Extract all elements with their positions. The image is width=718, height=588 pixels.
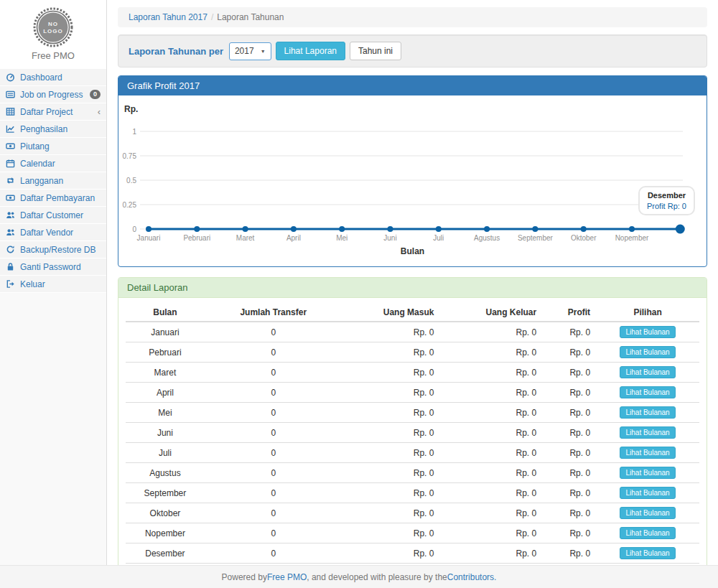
cell-uang-masuk: Rp. 0 [342, 403, 440, 423]
table-row: Oktober0Rp. 0Rp. 0Rp. 0Lihat Bulanan [126, 503, 699, 523]
column-header-pilihan: Pilihan [596, 304, 699, 322]
cell-uang-keluar: Rp. 0 [439, 403, 542, 423]
table-row: Nopember0Rp. 0Rp. 0Rp. 0Lihat Bulanan [126, 523, 699, 543]
lihat-bulanan-button[interactable]: Lihat Bulanan [620, 326, 675, 338]
cell-bulan: Agustus [126, 463, 205, 483]
cell-uang-keluar: Rp. 0 [439, 363, 542, 383]
money-icon [6, 193, 17, 202]
lock-icon [6, 262, 17, 271]
sidebar-item-langganan[interactable]: Langganan [0, 172, 106, 190]
sidebar-item-daftar-project[interactable]: Daftar Project‹ [0, 103, 106, 121]
table-row: Mei0Rp. 0Rp. 0Rp. 0Lihat Bulanan [126, 403, 699, 423]
svg-text:Mei: Mei [336, 234, 348, 242]
cell-bulan: September [126, 483, 205, 503]
table-row: Desember0Rp. 0Rp. 0Rp. 0Lihat Bulanan [126, 543, 699, 564]
monthly-report-table: BulanJumlah TransferUang MasukUang Kelua… [126, 304, 699, 565]
svg-text:Oktober: Oktober [571, 234, 597, 242]
footer: Powered by Free PMO, and developed with … [0, 565, 718, 588]
breadcrumb-link-laporan-tahun[interactable]: Laporan Tahun 2017 [129, 12, 208, 22]
chart-panel-title: Grafik Profit 2017 [118, 76, 707, 95]
lihat-bulanan-button[interactable]: Lihat Bulanan [620, 366, 675, 378]
cell-uang-masuk: Rp. 0 [342, 342, 440, 363]
chart-tooltip-label: Desember [647, 191, 686, 200]
lihat-bulanan-button[interactable]: Lihat Bulanan [620, 406, 675, 419]
sidebar-item-backup-restore-db[interactable]: Backup/Restore DB [0, 241, 106, 258]
lihat-bulanan-button[interactable]: Lihat Bulanan [620, 426, 675, 439]
cell-profit: Rp. 0 [542, 342, 596, 363]
sidebar-item-label: Langganan [20, 176, 101, 186]
table-row: September0Rp. 0Rp. 0Rp. 0Lihat Bulanan [126, 483, 699, 503]
detail-report-panel: Detail Laporan BulanJumlah TransferUang … [118, 277, 707, 565]
cell-jumlah-transfer: 0 [205, 403, 342, 423]
sidebar-item-label: Daftar Customer [20, 210, 101, 220]
lihat-bulanan-button[interactable]: Lihat Bulanan [620, 507, 675, 519]
sidebar-item-calendar[interactable]: Calendar [0, 155, 106, 172]
lihat-bulanan-button[interactable]: Lihat Bulanan [620, 467, 675, 479]
sidebar-item-ganti-password[interactable]: Ganti Password [0, 258, 106, 276]
cell-profit: Rp. 0 [542, 383, 596, 403]
sidebar-item-job-on-progress[interactable]: Job on Progress0 [0, 86, 106, 103]
cell-profit: Rp. 0 [542, 322, 596, 342]
svg-text:September: September [518, 234, 554, 242]
calendar-icon [6, 159, 17, 168]
svg-text:0.25: 0.25 [123, 201, 137, 209]
cell-jumlah-transfer: 0 [205, 463, 342, 483]
total-uang-keluar: Rp. 0 [439, 564, 542, 565]
year-select[interactable]: 2017 ▼ [229, 42, 271, 60]
svg-text:Agustus: Agustus [474, 234, 500, 242]
refresh-icon [6, 245, 17, 254]
cell-profit: Rp. 0 [542, 443, 596, 463]
cell-uang-keluar: Rp. 0 [439, 383, 542, 403]
svg-text:Maret: Maret [236, 234, 255, 242]
cell-uang-masuk: Rp. 0 [342, 363, 440, 383]
svg-text:LOGO: LOGO [43, 28, 63, 34]
footer-link-contributors[interactable]: Contributors. [447, 572, 497, 582]
lihat-bulanan-button[interactable]: Lihat Bulanan [620, 386, 675, 398]
column-header-uang-keluar: Uang Keluar [439, 304, 542, 322]
tahun-ini-button[interactable]: Tahun ini [350, 42, 401, 60]
lihat-bulanan-button[interactable]: Lihat Bulanan [620, 346, 675, 358]
sidebar-item-label: Backup/Restore DB [20, 245, 101, 255]
sidebar-item-daftar-vendor[interactable]: Daftar Vendor [0, 224, 106, 241]
lihat-bulanan-button[interactable]: Lihat Bulanan [620, 487, 675, 499]
cell-profit: Rp. 0 [542, 543, 596, 564]
cell-jumlah-transfer: 0 [205, 483, 342, 503]
svg-text:NO: NO [48, 21, 58, 27]
sidebar-menu: DashboardJob on Progress0Daftar Project‹… [0, 69, 106, 293]
no-logo-seal-icon: NO LOGO [32, 6, 74, 48]
sidebar-item-daftar-pembayaran[interactable]: Daftar Pembayaran [0, 190, 106, 207]
users-icon [6, 228, 17, 237]
sidebar-item-label: Calendar [20, 159, 101, 169]
sidebar-item-daftar-customer[interactable]: Daftar Customer [0, 207, 106, 224]
footer-link-free-pmo[interactable]: Free PMO [267, 572, 307, 582]
line-chart-icon [6, 124, 17, 134]
lihat-bulanan-button[interactable]: Lihat Bulanan [620, 527, 675, 539]
cell-uang-keluar: Rp. 0 [439, 423, 542, 443]
sidebar-item-piutang[interactable]: Piutang [0, 138, 106, 155]
table-header-row: BulanJumlah TransferUang MasukUang Kelua… [126, 304, 699, 322]
logo: NO LOGO Free PMO [0, 0, 106, 69]
cell-uang-masuk: Rp. 0 [342, 523, 440, 543]
chart-tooltip: Desember Profit Rp: 0 [638, 186, 695, 215]
sidebar-item-keluar[interactable]: Keluar [0, 276, 106, 293]
app-name: Free PMO [0, 50, 106, 61]
profit-line-chart[interactable]: 10.750.50.250JanuariPebruariMaretAprilMe… [118, 120, 706, 246]
cell-bulan: Nopember [126, 523, 205, 543]
caret-down-icon: ▼ [261, 49, 266, 54]
lihat-bulanan-button[interactable]: Lihat Bulanan [620, 547, 675, 559]
cell-bulan: Januari [126, 322, 205, 342]
lihat-laporan-button[interactable]: Lihat Laporan [276, 42, 345, 60]
cell-profit: Rp. 0 [542, 483, 596, 503]
cell-uang-keluar: Rp. 0 [439, 523, 542, 543]
table-row: April0Rp. 0Rp. 0Rp. 0Lihat Bulanan [126, 383, 699, 403]
lihat-bulanan-button[interactable]: Lihat Bulanan [620, 447, 675, 459]
sidebar-item-penghasilan[interactable]: Penghasilan [0, 121, 106, 138]
dashboard-icon [6, 73, 17, 82]
cell-bulan: Mei [126, 403, 205, 423]
table-icon [6, 107, 17, 116]
cell-uang-keluar: Rp. 0 [439, 483, 542, 503]
cell-jumlah-transfer: 0 [205, 383, 342, 403]
chart-panel-body: Rp. 10.750.50.250JanuariPebruariMaretApr… [118, 95, 707, 266]
sidebar-item-dashboard[interactable]: Dashboard [0, 69, 106, 86]
cell-bulan: Pebruari [126, 342, 205, 363]
